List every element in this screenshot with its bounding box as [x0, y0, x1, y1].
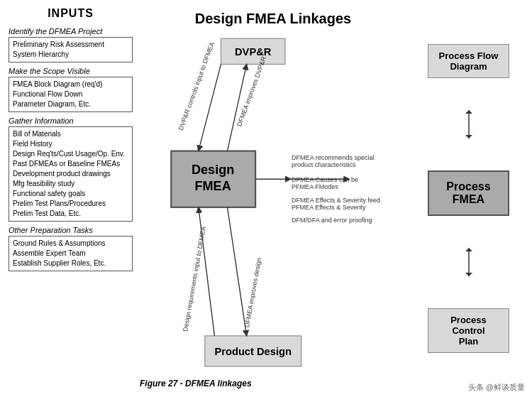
inputs-title: INPUTS: [9, 7, 133, 20]
main-container: INPUTS Identify the DFMEA Project Prelim…: [0, 0, 532, 397]
watermark: 头条 @鲜谈质量: [468, 382, 525, 393]
main-title: Design FMEA Linkages: [195, 11, 351, 27]
section-scope: Make the Scope Visible FMEA Block Diagra…: [9, 62, 133, 112]
center-panel: Design FMEA Linkages DVP&R Design FMEA P…: [133, 7, 414, 390]
svg-line-8: [228, 64, 247, 151]
caption-text: Figure 27 - DFMEA linkages: [140, 379, 252, 388]
right-panel: Process Flow Diagram ProcessFMEA Process…: [414, 7, 523, 390]
svg-text:DVP&R controls input to DFMEA: DVP&R controls input to DFMEA: [177, 40, 216, 131]
connector-arrow-bottom: [462, 248, 476, 276]
svg-text:DVP&R: DVP&R: [235, 46, 272, 58]
diagram-area: DVP&R Design FMEA Product Design DVP&R c…: [133, 33, 414, 390]
section-identify-label: Identify the DFMEA Project: [9, 27, 133, 36]
section-gather-label: Gather Information: [9, 116, 133, 125]
section-scope-box: FMEA Block Diagram (req'd)Functional Flo…: [9, 77, 133, 112]
svg-text:DFM/DFA and error proofing: DFM/DFA and error proofing: [292, 217, 372, 224]
svg-rect-0: [221, 38, 285, 64]
section-gather: Gather Information Bill of MaterialsFiel…: [9, 112, 133, 222]
process-flow-box: Process Flow Diagram: [428, 44, 509, 78]
svg-text:Design: Design: [192, 163, 234, 177]
svg-marker-27: [465, 135, 472, 138]
svg-text:DFMEA recommends special: DFMEA recommends special: [292, 154, 375, 161]
svg-text:product characteristics: product characteristics: [292, 161, 356, 168]
svg-text:PFMEA FModes: PFMEA FModes: [292, 183, 338, 190]
svg-line-11: [199, 207, 215, 336]
svg-text:Product Design: Product Design: [214, 346, 292, 357]
section-other-label: Other Preparation Tasks: [9, 226, 133, 234]
section-other: Other Preparation Tasks Ground Rules & A…: [9, 222, 133, 271]
section-identify-box: Preliminary Risk AssessmentSystem Hierar…: [9, 37, 133, 62]
svg-marker-26: [465, 110, 472, 114]
svg-rect-5: [205, 336, 301, 366]
figure-caption: Figure 27 - DFMEA linkages: [140, 379, 252, 388]
svg-text:DFMEA Effects & Severity feed: DFMEA Effects & Severity feed: [292, 197, 380, 204]
process-control-box: Process ControlPlan: [428, 308, 509, 353]
svg-text:FMEA: FMEA: [195, 179, 231, 193]
section-gather-box: Bill of MaterialsField HistoryDesign Req…: [9, 126, 133, 222]
svg-text:DFMEA improves DVP&R: DFMEA improves DVP&R: [235, 55, 267, 128]
svg-line-7: [199, 64, 221, 151]
svg-text:DFMEA improves design: DFMEA improves design: [243, 257, 262, 328]
svg-marker-30: [465, 273, 472, 276]
connector-arrow-top: [462, 110, 476, 138]
svg-marker-29: [465, 248, 472, 251]
svg-line-12: [228, 207, 247, 336]
left-panel: INPUTS Identify the DFMEA Project Prelim…: [9, 7, 133, 390]
section-other-box: Ground Rules & AssumptionsAssemble Exper…: [9, 236, 133, 271]
svg-text:PFMEA Effects & Severity: PFMEA Effects & Severity: [292, 204, 366, 211]
svg-text:Design requirements input to D: Design requirements input to DFMEA: [182, 225, 207, 332]
svg-text:DFMEA Causes can be: DFMEA Causes can be: [292, 176, 358, 183]
svg-rect-2: [171, 151, 255, 207]
section-scope-label: Make the Scope Visible: [9, 67, 133, 75]
process-flow-label: Process Flow Diagram: [439, 50, 499, 72]
section-identify: Identify the DFMEA Project Preliminary R…: [9, 23, 133, 62]
process-fmea-box: ProcessFMEA: [428, 170, 509, 216]
